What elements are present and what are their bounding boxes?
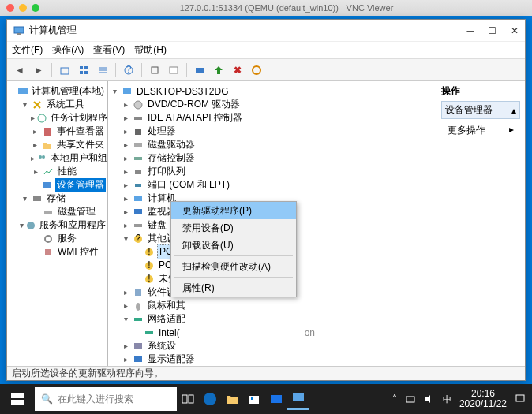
device-print-queue[interactable]: 打印队列 xyxy=(146,165,187,178)
desktop: 计算机管理 ─ ☐ ✕ 文件(F) 操作(A) 查看(V) 帮助(H) ◄ ► … xyxy=(0,16,532,384)
svg-rect-1 xyxy=(17,33,21,35)
zoom-icon[interactable] xyxy=(32,4,39,12)
svg-rect-55 xyxy=(11,400,17,405)
collapse-icon[interactable]: ▴ xyxy=(511,105,516,116)
svg-rect-27 xyxy=(45,249,51,255)
vnc-title: 127.0.0.1:51334 (QEMU (default_win10)) -… xyxy=(47,3,526,13)
tray-chevron-icon[interactable]: ˄ xyxy=(392,393,397,405)
tree-services[interactable]: 服务 xyxy=(56,232,78,245)
device-ports[interactable]: 端口 (COM 和 LPT) xyxy=(146,178,231,192)
clock[interactable]: 20:16 2020/11/22 xyxy=(459,389,507,409)
tree-event-viewer[interactable]: 事件查看器 xyxy=(55,125,106,138)
maximize-button[interactable]: ☐ xyxy=(488,25,496,36)
tree-storage[interactable]: 存储 xyxy=(45,192,67,205)
view-button[interactable] xyxy=(76,62,92,78)
device-ide[interactable]: IDE ATA/ATAPI 控制器 xyxy=(146,111,244,125)
list-button[interactable] xyxy=(95,62,111,78)
close-icon[interactable] xyxy=(6,4,14,12)
mail-icon[interactable] xyxy=(265,388,287,410)
menu-disable-device[interactable]: 禁用设备(D) xyxy=(171,219,296,237)
device-intel-nic[interactable]: Intel( xyxy=(157,327,182,338)
device-keyboard[interactable]: 键盘 xyxy=(146,218,168,232)
refresh-button[interactable] xyxy=(147,62,163,78)
menu-file[interactable]: 文件(F) xyxy=(12,43,43,57)
device-display[interactable]: 显示适配器 xyxy=(146,352,197,366)
task-view-button[interactable] xyxy=(177,388,199,410)
menu-update-driver[interactable]: 更新驱动程序(P) xyxy=(171,202,296,219)
device-storage-ctrl[interactable]: 存储控制器 xyxy=(146,151,197,165)
tree-root[interactable]: 计算机管理(本地) xyxy=(30,84,106,98)
scan-button[interactable] xyxy=(192,62,208,78)
forward-button[interactable]: ► xyxy=(31,62,47,78)
unknown-device-icon: ! xyxy=(143,259,155,272)
storage-icon xyxy=(31,192,43,205)
device-network[interactable]: 网络适配 xyxy=(146,312,187,326)
unknown-device-icon: ! xyxy=(143,273,155,285)
left-tree[interactable]: 计算机管理(本地) ▾系统工具 ▸任务计划程序 ▸事件查看器 ▸共享文件夹 ▸本… xyxy=(7,81,108,366)
device-icon xyxy=(42,179,54,192)
up-button[interactable] xyxy=(57,62,73,78)
start-button[interactable] xyxy=(0,384,35,414)
nic-icon xyxy=(143,326,155,339)
svg-rect-51 xyxy=(134,343,142,349)
svg-text:!: ! xyxy=(148,260,150,270)
svg-rect-62 xyxy=(271,395,282,403)
help-button[interactable]: ? xyxy=(121,62,137,78)
chevron-right-icon: ▸ xyxy=(509,124,514,137)
storage-ctrl-icon xyxy=(132,152,144,165)
svg-rect-17 xyxy=(18,88,28,94)
tree-task-scheduler[interactable]: 任务计划程序 xyxy=(49,111,108,125)
store-icon[interactable] xyxy=(243,388,265,410)
minimize-button[interactable]: ─ xyxy=(466,25,474,36)
uninstall-button[interactable]: ✖ xyxy=(230,62,245,78)
menu-help[interactable]: 帮助(H) xyxy=(134,43,167,57)
network-tray-icon[interactable] xyxy=(405,393,416,405)
tree-disk-management[interactable]: 磁盘管理 xyxy=(56,205,97,218)
svg-rect-13 xyxy=(170,67,178,73)
device-disk[interactable]: 磁盘驱动器 xyxy=(146,138,197,151)
update-driver-button[interactable] xyxy=(211,62,227,78)
more-actions-label: 更多操作 xyxy=(448,124,485,137)
device-dvd[interactable]: DVD/CD-ROM 驱动器 xyxy=(146,98,242,111)
svg-rect-37 xyxy=(134,209,142,214)
taskbar-search[interactable]: 🔍 在此键入进行搜索 xyxy=(35,387,177,411)
menu-action[interactable]: 操作(A) xyxy=(52,43,84,57)
more-actions[interactable]: 更多操作▸ xyxy=(441,122,520,139)
actions-header: 操作 xyxy=(441,84,520,98)
tree-services-apps[interactable]: 服务和应用程序 xyxy=(38,218,107,232)
notifications-icon[interactable] xyxy=(515,393,526,405)
tree-system-tools[interactable]: 系统工具 xyxy=(45,98,86,111)
tree-performance[interactable]: 性能 xyxy=(56,165,78,178)
back-button[interactable]: ◄ xyxy=(12,62,28,78)
windows-logo-icon xyxy=(11,393,24,405)
tree-local-users[interactable]: 本地用户和组 xyxy=(49,151,108,165)
volume-icon[interactable] xyxy=(424,393,435,405)
svg-rect-58 xyxy=(189,395,193,403)
display-icon xyxy=(132,353,144,366)
actions-section[interactable]: 设备管理器▴ xyxy=(441,101,520,119)
menu-properties[interactable]: 属性(R) xyxy=(171,279,296,297)
properties-button[interactable] xyxy=(166,62,182,78)
explorer-icon[interactable] xyxy=(221,388,243,410)
minimize-icon[interactable] xyxy=(19,4,27,12)
tree-shared-folders[interactable]: 共享文件夹 xyxy=(55,138,106,151)
disable-button[interactable] xyxy=(249,62,264,78)
ime-icon[interactable]: 中 xyxy=(443,393,451,405)
menu-uninstall-device[interactable]: 卸载设备(U) xyxy=(171,237,296,254)
tree-device-manager[interactable]: 设备管理器 xyxy=(55,178,106,192)
device-system[interactable]: 系统设 xyxy=(146,339,178,352)
edge-icon[interactable] xyxy=(199,388,221,410)
svg-rect-33 xyxy=(134,157,142,160)
ide-icon xyxy=(132,112,144,125)
window-titlebar[interactable]: 计算机管理 ─ ☐ ✕ xyxy=(7,20,525,42)
menu-scan-hardware[interactable]: 扫描检测硬件改动(A) xyxy=(171,258,296,275)
menu-view[interactable]: 查看(V) xyxy=(93,43,125,57)
app-running-icon[interactable] xyxy=(287,388,309,410)
tree-wmi[interactable]: WMI 控件 xyxy=(56,245,100,259)
device-root[interactable]: DESKTOP-DS3T2DG xyxy=(135,86,230,97)
svg-rect-64 xyxy=(406,397,414,402)
book-icon xyxy=(42,125,54,138)
close-button[interactable]: ✕ xyxy=(511,25,519,36)
device-cpu[interactable]: 处理器 xyxy=(146,125,178,138)
device-mouse[interactable]: 鼠标和其 xyxy=(146,299,187,312)
